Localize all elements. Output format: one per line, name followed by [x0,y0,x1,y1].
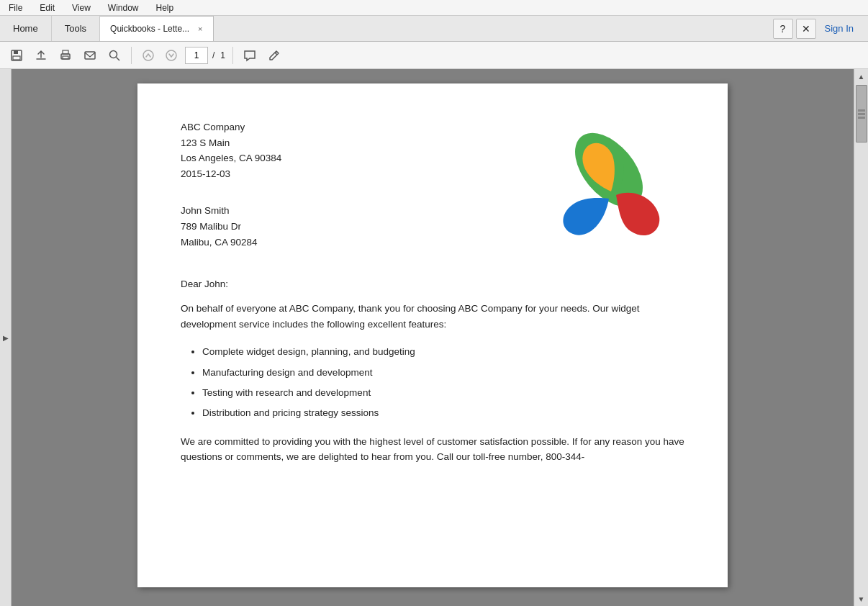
help-button[interactable]: ? [773,19,793,39]
menu-window[interactable]: Window [105,1,142,14]
menu-bar: File Edit View Window Help [0,0,868,16]
tab-close-button[interactable]: × [198,24,202,33]
svg-rect-6 [85,52,95,59]
print-button[interactable] [55,45,76,66]
page-total: 1 [219,50,227,60]
toolbar-divider-2 [232,47,233,64]
left-panel-toggle[interactable]: ▶ [0,69,12,606]
svg-rect-1 [14,50,18,54]
svg-point-9 [143,50,153,60]
menu-edit[interactable]: Edit [37,1,58,14]
toolbar-divider-1 [131,47,132,64]
tab-bar: Home Tools Quickbooks - Lette... × ? ✕ S… [0,16,868,42]
nav-group [137,45,182,66]
tab-document-label: Quickbooks - Lette... [110,24,189,34]
sign-in-button[interactable]: Sign In [819,23,859,34]
save-button[interactable] [6,45,27,66]
edit-button[interactable] [263,45,285,66]
menu-view[interactable]: View [69,1,94,14]
search-button[interactable] [104,45,125,66]
close-window-button[interactable]: ✕ [796,19,816,39]
comment-button[interactable] [239,45,261,66]
page-separator: / [211,50,216,60]
scroll-up-button[interactable]: ▲ [854,69,869,83]
menu-file[interactable]: File [6,1,25,14]
body-paragraph-1: On behalf of everyone at ABC Company, th… [181,301,684,332]
scroll-grip-1 [858,109,865,112]
tab-bar-right: ? ✕ Sign In [773,16,868,41]
svg-rect-5 [63,56,68,59]
bullet-list: Complete widget design, planning, and bu… [202,343,684,422]
menu-help[interactable]: Help [153,1,177,14]
bullet-item-4: Distribution and pricing strategy sessio… [202,404,684,422]
scroll-track[interactable] [854,83,868,592]
scroll-thumb[interactable] [856,85,867,143]
scroll-grip-3 [858,117,865,119]
nav-up-button[interactable] [137,45,159,66]
document-viewer[interactable]: ABC Company 123 S Main Los Angeles, CA 9… [12,69,854,606]
svg-point-7 [110,50,117,58]
main-area: ▶ [0,69,868,606]
bullet-item-1: Complete widget design, planning, and bu… [202,343,684,361]
bullet-item-2: Manufacturing design and development [202,364,684,381]
scroll-grip-2 [858,113,865,115]
document-page: ABC Company 123 S Main Los Angeles, CA 9… [137,83,728,587]
tab-tools[interactable]: Tools [52,16,100,41]
tab-home[interactable]: Home [0,16,52,41]
toolbar: / 1 [0,42,868,69]
left-arrow-icon: ▶ [3,334,9,342]
vertical-scrollbar[interactable]: ▲ ▼ [854,69,868,606]
svg-line-8 [117,57,120,60]
tab-document[interactable]: Quickbooks - Lette... × [100,16,214,41]
bullet-item-3: Testing with research and development [202,384,684,402]
upload-button[interactable] [30,45,52,66]
svg-point-10 [166,50,176,60]
body-paragraph-2: We are committed to providing you with t… [181,434,684,465]
company-logo [541,119,684,263]
nav-down-button[interactable] [161,45,182,66]
svg-rect-2 [13,56,20,60]
salutation: Dear John: [181,279,684,289]
scroll-down-button[interactable]: ▼ [854,592,869,606]
email-button[interactable] [79,45,101,66]
page-number-input[interactable] [185,47,208,64]
